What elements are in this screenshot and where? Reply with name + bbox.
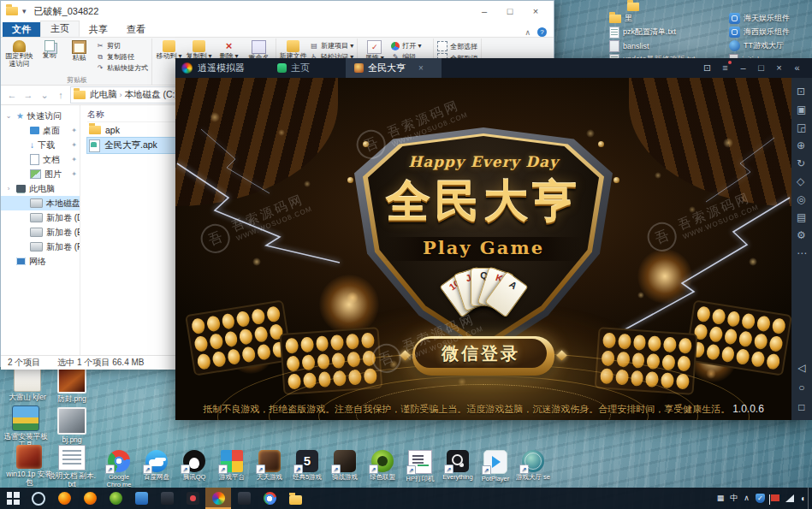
desktop-shortcut-chrome[interactable]: ↗Google Chro me	[101, 450, 137, 490]
desktop-icon[interactable]: 海西娱乐组件	[729, 27, 790, 38]
ribbon-small-button[interactable]: ✂剪切	[96, 41, 148, 50]
rotate-icon[interactable]: ↻	[797, 155, 807, 173]
taskbar-memu[interactable]	[205, 488, 231, 509]
tab-view[interactable]: 查看	[117, 22, 155, 37]
more-icon[interactable]: ⋯	[797, 245, 807, 263]
desktop-shortcut-game1[interactable]: ↗天天游戏	[252, 450, 287, 490]
sidebar-item-下载[interactable]: ↓下载✦	[1, 138, 80, 152]
expand-icon[interactable]: ›	[4, 185, 13, 192]
tab-game[interactable]: 全民大亨 ×	[346, 58, 442, 78]
tray-volume-icon[interactable]: ◖	[800, 488, 805, 509]
desktop-shortcut-files[interactable]: ↗HP打印机	[402, 450, 438, 490]
location-icon[interactable]: ◎	[797, 191, 807, 209]
ribbon-button[interactable]: 粘贴	[64, 38, 94, 62]
maximize-button[interactable]: □	[752, 58, 770, 78]
desktop-shortcut-horse[interactable]: ↗骑战游戏	[327, 450, 363, 490]
multi-window-icon[interactable]: ▣	[797, 101, 807, 119]
desktop-shortcut-search[interactable]: ↗Everything	[440, 450, 476, 490]
ribbon-small-button[interactable]: ↷粘贴快捷方式	[96, 63, 148, 73]
expand-icon[interactable]: ⌄	[4, 112, 13, 120]
collapse-sidebar-button[interactable]: «	[788, 58, 806, 78]
desktop-folder-icon[interactable]	[627, 3, 639, 11]
desktop-shortcut-play[interactable]: ↗PotPlayer	[477, 450, 513, 490]
sidebar-item-桌面[interactable]: 桌面✦	[1, 123, 80, 138]
ribbon-small-button[interactable]: ⧉复制路径	[96, 52, 148, 62]
screenshot-icon[interactable]: ◲	[797, 119, 807, 137]
minimize-button[interactable]: –	[734, 58, 752, 78]
start-button[interactable]	[0, 488, 26, 509]
taskbar-green-app[interactable]	[103, 488, 128, 509]
close-button[interactable]: ×	[770, 58, 788, 78]
desktop-icon[interactable]: 大雷山 kjler	[3, 366, 51, 402]
help-icon[interactable]: ?	[537, 27, 547, 37]
desktop-icon[interactable]: banslist	[609, 40, 696, 51]
desktop-shortcut-greenball[interactable]: ↗绿色联盟	[365, 450, 400, 490]
desktop-icon[interactable]: 说明文档 副本.txt	[48, 445, 96, 489]
desktop-icon[interactable]: 里	[609, 13, 696, 24]
ribbon-button[interactable]: 复制	[34, 38, 64, 60]
up-icon[interactable]: ↑	[54, 90, 68, 100]
desktop-shortcut-cloud[interactable]: ↗百度网盘	[139, 450, 175, 490]
taskbar-dark-app[interactable]	[154, 488, 180, 509]
breadcrumb-item[interactable]: 此电脑	[87, 89, 120, 101]
sidebar-item-图片[interactable]: 图片✦	[1, 167, 80, 181]
wechat-login-button[interactable]: 微信登录	[412, 336, 554, 376]
sidebar-item-本地磁盘 (C:)[interactable]: 本地磁盘 (C:)	[1, 196, 80, 210]
explorer-title-bar[interactable]: ▾ 已破解_034822 – □ ×	[1, 1, 554, 21]
desktop-shortcut-qq[interactable]: ↗腾讯QQ	[176, 450, 212, 490]
tray-network-icon[interactable]	[785, 494, 794, 502]
fullscreen-button[interactable]: ⊡	[698, 58, 716, 78]
desktop-shortcut-globe[interactable]: ↗游戏大厅 se	[515, 450, 551, 490]
desktop-shortcut-grid4[interactable]: ↗游戏平台	[214, 450, 250, 490]
sidebar-item-快速访问[interactable]: ⌄★快速访问	[1, 109, 80, 123]
tab-home[interactable]: 主页	[40, 21, 80, 37]
ribbon-button[interactable]: ×删除 ▾	[214, 38, 244, 61]
tray-flag-icon[interactable]	[771, 494, 779, 501]
tab-file[interactable]: 文件	[3, 22, 40, 37]
recents-icon[interactable]: □	[797, 401, 805, 413]
ribbon-small-button[interactable]: 全部选择	[437, 41, 477, 51]
settings-icon[interactable]: ⚙	[797, 227, 807, 245]
emulator-title-bar[interactable]: 逍遥模拟器 主页 全民大亨 × ⊡≡–□×«	[175, 58, 812, 78]
close-tab-icon[interactable]: ×	[418, 63, 424, 73]
tray-grid-icon[interactable]: ▦	[717, 488, 725, 509]
back-icon[interactable]: ◁	[797, 362, 805, 374]
tray-defender-icon[interactable]: ✓	[756, 494, 765, 503]
qat-customize-icon[interactable]: ▾	[22, 7, 27, 15]
maximize-button[interactable]: □	[497, 3, 523, 20]
ribbon-collapse-icon[interactable]: ∧	[525, 28, 530, 37]
keymap-icon[interactable]: ▤	[797, 209, 807, 227]
column-header-name[interactable]: 名称	[87, 108, 190, 122]
shake-icon[interactable]: ◇	[797, 173, 807, 191]
menu-button[interactable]: ≡	[716, 58, 734, 78]
desktop-icon[interactable]: TT游戏大厅	[729, 40, 790, 51]
sidebar-item-网络[interactable]: 网络	[1, 254, 80, 269]
install-apk-icon[interactable]: ⊕	[797, 137, 807, 155]
breadcrumb-item[interactable]: 本地磁盘 (C:)	[122, 89, 181, 101]
tray-ime-icon[interactable]: 中	[730, 488, 738, 509]
sidebar-item-新加卷 (D:)[interactable]: 新加卷 (D:)	[1, 210, 80, 225]
taskbar-explorer[interactable]	[282, 488, 308, 509]
show-desktop-button[interactable]	[808, 488, 812, 509]
desktop-icon[interactable]: 迅雷安装平板工具	[2, 405, 50, 450]
fullscreen-icon[interactable]: ⊡	[797, 83, 807, 101]
desktop-icon[interactable]: 海天娱乐组件	[729, 13, 790, 24]
desktop-icon[interactable]: 防封.png	[48, 366, 96, 404]
sidebar-item-新加卷 (E:)[interactable]: 新加卷 (E:)	[1, 225, 80, 240]
ribbon-small-button[interactable]: 打开 ▾	[391, 41, 430, 50]
tab-emulator-home[interactable]: 主页	[269, 58, 318, 78]
desktop-icon[interactable]: bj.png	[48, 407, 96, 445]
sidebar-item-文档[interactable]: 文档✦	[1, 152, 80, 167]
home-icon[interactable]: ○	[797, 382, 805, 394]
taskbar-firefox-2[interactable]	[77, 488, 103, 509]
ribbon-small-button[interactable]: ▤新建项目 ▾	[310, 41, 353, 50]
minimize-button[interactable]: –	[471, 3, 497, 20]
taskbar-red-app[interactable]	[180, 488, 205, 509]
taskbar-firefox[interactable]	[51, 488, 77, 509]
ribbon-button[interactable]: 移动到 ▾	[154, 38, 184, 61]
desktop-shortcut-five[interactable]: 5↗经典5游戏	[289, 450, 325, 490]
quick-access-toolbar[interactable]: ▾	[22, 7, 27, 15]
sidebar-item-此电脑[interactable]: ›此电脑	[1, 181, 80, 196]
taskbar-blue-app[interactable]	[128, 488, 154, 509]
taskbar-chrome[interactable]	[257, 488, 282, 509]
